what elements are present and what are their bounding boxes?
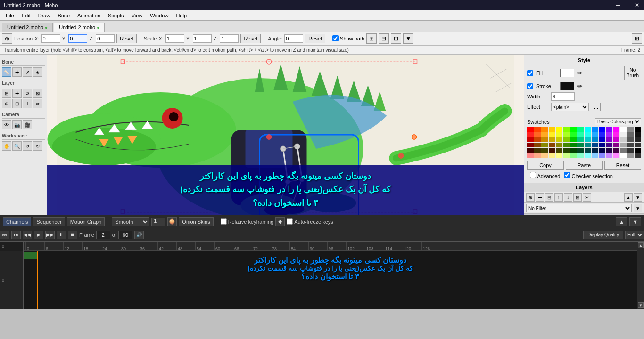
layer-tool-5[interactable]: ⊕ (2, 99, 11, 108)
color-cell-41[interactable] (592, 137, 598, 142)
color-cell-13[interactable] (620, 127, 627, 132)
color-cell-38[interactable] (570, 137, 577, 142)
color-cell-26[interactable] (599, 132, 605, 137)
relative-keyframing-label[interactable]: Relative keyframing (221, 218, 274, 225)
color-cell-65[interactable] (534, 148, 541, 153)
color-cell-78[interactable] (627, 148, 634, 153)
step-back-btn[interactable]: ◀◀ (23, 231, 32, 239)
camera-tool-3[interactable]: 🎥 (23, 120, 32, 129)
color-cell-25[interactable] (592, 132, 598, 137)
color-cell-82[interactable] (541, 153, 548, 158)
color-cell-51[interactable] (549, 143, 555, 147)
menu-scripts[interactable]: Scripts (104, 12, 128, 19)
color-cell-7[interactable] (577, 127, 584, 132)
transform-icon[interactable]: ⊕ (2, 33, 12, 44)
layer-tool-8[interactable]: ✏ (33, 99, 42, 108)
menu-draw[interactable]: Draw (34, 12, 54, 19)
color-cell-72[interactable] (585, 148, 591, 153)
toolbar-dropdown[interactable]: ▼ (403, 33, 413, 44)
color-cell-49[interactable] (534, 143, 541, 147)
color-cell-77[interactable] (620, 148, 627, 153)
color-cell-71[interactable] (577, 148, 584, 153)
relative-keyframing-check[interactable] (221, 218, 227, 225)
menu-animation[interactable]: Animation (74, 12, 104, 19)
color-cell-15[interactable] (635, 127, 641, 132)
color-cell-85[interactable] (563, 153, 570, 158)
color-cell-93[interactable] (620, 153, 627, 158)
checker-checkbox-label[interactable]: Checker selection (564, 172, 613, 179)
onion-icon[interactable]: 🧅 (167, 217, 177, 226)
color-cell-48[interactable] (527, 143, 534, 147)
stroke-check[interactable] (527, 83, 533, 89)
color-cell-74[interactable] (599, 148, 605, 153)
color-cell-88[interactable] (585, 153, 591, 158)
color-cell-20[interactable] (556, 132, 562, 137)
color-cell-19[interactable] (549, 132, 555, 137)
color-cell-75[interactable] (606, 148, 612, 153)
color-cell-79[interactable] (635, 148, 641, 153)
reset1-button[interactable]: Reset (116, 34, 137, 43)
color-cell-27[interactable] (606, 132, 612, 137)
color-cell-46[interactable] (627, 137, 634, 142)
layers-btn-1[interactable]: ⊕ (526, 193, 535, 202)
layer-tool-2[interactable]: ✚ (12, 89, 22, 98)
width-input[interactable] (551, 92, 575, 101)
tl-expand-btn[interactable]: ▲ (616, 217, 627, 226)
menu-help[interactable]: Help (172, 12, 190, 19)
color-cell-92[interactable] (613, 153, 619, 158)
motion-graph-tab[interactable]: Motion Graph (67, 217, 105, 226)
color-cell-55[interactable] (577, 143, 584, 147)
color-cell-16[interactable] (527, 132, 534, 137)
canvas-area[interactable]: دوستان کسی میتونه بگه چطور به پای این کا… (47, 55, 524, 215)
color-cell-70[interactable] (570, 148, 577, 153)
color-cell-2[interactable] (541, 127, 548, 132)
color-cell-4[interactable] (556, 127, 562, 132)
color-cell-32[interactable] (527, 137, 534, 142)
minimize-button[interactable]: ─ (615, 2, 621, 8)
color-cell-0[interactable] (527, 127, 534, 132)
reset-swatches-button[interactable]: Reset (604, 161, 641, 170)
color-cell-42[interactable] (599, 137, 605, 142)
path-icon-1[interactable]: ⊞ (366, 33, 377, 44)
color-cell-95[interactable] (635, 153, 641, 158)
color-cell-21[interactable] (563, 132, 570, 137)
stroke-pencil-icon[interactable]: ✏ (577, 82, 583, 90)
color-cell-80[interactable] (527, 153, 534, 158)
color-cell-86[interactable] (570, 153, 577, 158)
bone-tool-4[interactable]: ◈ (33, 67, 42, 77)
bone-tool-2[interactable]: ✚ (12, 67, 22, 77)
fill-pencil-icon[interactable]: ✏ (577, 69, 583, 77)
layers-btn-7[interactable]: ✂ (583, 193, 591, 202)
frame-input[interactable] (96, 231, 110, 239)
swatches-preset-select[interactable]: Basic Colors.png (595, 118, 641, 125)
layers-btn-3[interactable]: ⊟ (545, 193, 553, 202)
layer-tool-6[interactable]: ⊡ (12, 99, 22, 108)
color-cell-90[interactable] (599, 153, 605, 158)
color-cell-87[interactable] (577, 153, 584, 158)
color-cell-47[interactable] (635, 137, 641, 142)
layers-btn-9[interactable]: ▼ (634, 193, 642, 202)
sz-input[interactable] (220, 34, 239, 43)
filter-select[interactable]: No Filter (526, 204, 632, 212)
color-cell-83[interactable] (549, 153, 555, 158)
y-input[interactable] (68, 34, 87, 43)
color-cell-10[interactable] (599, 127, 605, 132)
tl-collapse-btn[interactable]: ▼ (629, 217, 641, 226)
layout-icon[interactable]: ⊞ (632, 33, 642, 44)
color-cell-11[interactable] (606, 127, 612, 132)
color-cell-66[interactable] (541, 148, 548, 153)
checker-check[interactable] (564, 172, 570, 178)
effect-ellipsis[interactable]: ... (592, 103, 601, 111)
workspace-tool-3[interactable]: ↺ (23, 141, 32, 151)
color-cell-34[interactable] (541, 137, 548, 142)
onion-skins-btn[interactable]: Onion Skins (179, 217, 213, 226)
menu-file[interactable]: File (2, 12, 18, 19)
menu-window[interactable]: Window (146, 12, 172, 19)
color-cell-62[interactable] (627, 143, 634, 147)
color-cell-36[interactable] (556, 137, 562, 142)
color-cell-81[interactable] (534, 153, 541, 158)
z-input[interactable] (96, 34, 115, 43)
layer-tool-3[interactable]: ↺ (23, 89, 32, 98)
timeline-tracks[interactable]: دوستان کسی میتونه بگه چطور به پای این کا… (24, 251, 637, 309)
color-cell-6[interactable] (570, 127, 577, 132)
